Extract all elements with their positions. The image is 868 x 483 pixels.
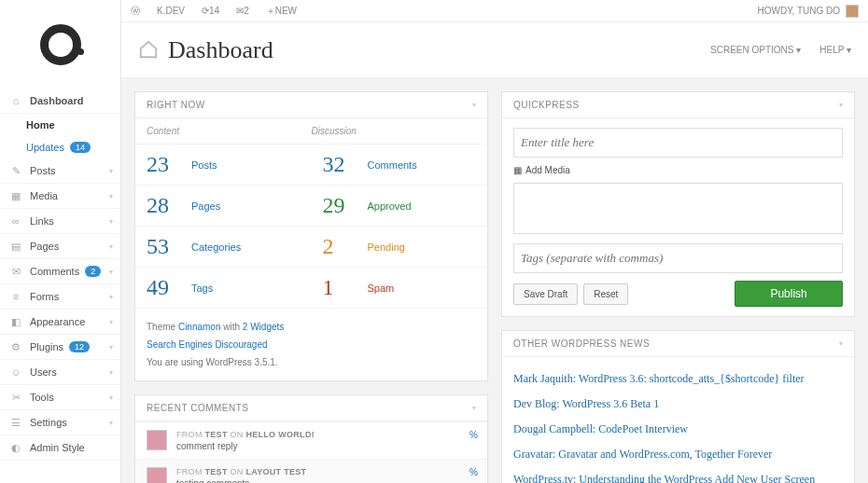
news-link[interactable]: Dev Blog: WordPress 3.6 Beta 1 [513,392,843,417]
news-link[interactable]: Gravatar: Gravatar and WordPress.com, To… [513,442,843,467]
media-icon: ▦ [513,165,522,175]
page-icon: ▤ [9,240,22,253]
box-title: OTHER WORDPRESS NEWS [513,338,650,349]
users-icon: ☺ [9,366,22,379]
right-now-box: RIGHT NOW▾ ContentDiscussion 23Posts32Co… [134,91,488,381]
save-draft-button[interactable]: Save Draft [513,283,578,305]
quickpress-box: QUICKPRESS▾ ▦Add Media Save Draft Reset … [501,91,855,317]
menu-settings[interactable]: ☰Settings▾ [0,410,120,435]
discussion-stat[interactable]: 1Spam [312,268,488,308]
link-icon: ∞ [9,214,22,228]
comment-link-icon[interactable]: % [469,467,478,477]
content-stat[interactable]: 28Pages [135,186,312,226]
wordpress-icon: ⓦ [131,5,140,18]
wp-logo[interactable]: ⓦ [131,5,140,18]
plugin-icon: ⚙ [9,340,22,353]
qp-title-input[interactable] [513,128,843,158]
wp-version: You are using WordPress 3.5.1. [147,353,476,371]
tools-icon: ✂ [9,391,22,404]
collapse-icon[interactable]: ▾ [472,101,477,109]
chevron-down-icon: ▾ [109,368,113,377]
widgets-link[interactable]: 2 Widgets [243,322,284,332]
avatar [147,467,167,483]
menu-tools[interactable]: ✂Tools▾ [0,385,120,410]
content-stat[interactable]: 23Posts [135,145,312,185]
menu-users[interactable]: ☺Users▾ [0,360,120,385]
content-stat[interactable]: 49Tags [135,268,312,308]
menu-posts[interactable]: ✎Posts▾ [0,159,120,184]
box-title: RIGHT NOW [147,100,205,110]
publish-button[interactable]: Publish [735,281,843,307]
home-icon: ⌂ [9,94,22,107]
box-title: RECENT COMMENTS [147,403,249,413]
sidebar: ⌂Dashboard Home Updates14 ✎Posts▾ ▦Media… [0,0,121,483]
style-icon: ◐ [9,441,22,454]
add-media-button[interactable]: ▦Add Media [513,165,843,175]
comment-icon: ✉ [9,265,22,278]
chevron-down-icon: ▾ [109,343,113,352]
menu-admin-style[interactable]: ◐Admin Style [0,435,120,461]
menu-dashboard[interactable]: ⌂Dashboard [0,89,120,114]
new-link[interactable]: ＋NEW [266,5,297,18]
menu-media[interactable]: ▦Media▾ [0,184,120,209]
recent-comments-box: RECENT COMMENTS▾ FROM TEST ON HELLO WORL… [134,394,488,483]
collapse-icon[interactable]: ▾ [839,339,844,348]
comment-icon: ✉ [236,6,244,16]
comment-item[interactable]: FROM TEST ON LAYOUT TESTtesting comments… [135,459,487,483]
chevron-down-icon: ▾ [109,293,113,301]
collapse-icon[interactable]: ▾ [839,101,844,109]
discussion-stat[interactable]: 29Approved [312,186,488,226]
menu-comments[interactable]: ✉Comments2▾ [0,259,120,284]
comment-item[interactable]: FROM TEST ON HELLO WORLD!comment reply% [135,421,487,459]
discussion-stat[interactable]: 2Pending [312,227,488,267]
site-logo [0,0,120,89]
refresh-icon: ⟳ [202,6,209,16]
menu-appearance[interactable]: ◧Appearance▾ [0,310,120,335]
page-header: Dashboard SCREEN OPTIONS ▾ HELP ▾ [121,22,868,78]
content-stat[interactable]: 53Categories [135,227,312,267]
menu-home[interactable]: Home [0,114,120,136]
chevron-down-icon: ▾ [109,318,113,326]
main: Dashboard SCREEN OPTIONS ▾ HELP ▾ RIGHT … [121,22,868,483]
dashboard-icon [138,39,159,62]
pin-icon: ✎ [9,164,22,177]
news-link[interactable]: Dougal Campbell: CodePoet Interview [513,417,843,442]
comments-link[interactable]: ✉2 [236,6,249,16]
comment-link-icon[interactable]: % [469,430,478,440]
chevron-down-icon: ▾ [109,242,113,251]
menu-links[interactable]: ∞Links▾ [0,209,120,234]
theme-link[interactable]: Cinnamon [178,322,221,332]
admin-bar: ⓦ K.DEV ⟳14 ✉2 ＋NEW HOWDY, TUNG DO [121,0,868,22]
collapse-icon[interactable]: ▾ [472,404,477,412]
qp-content-input[interactable] [513,183,843,234]
chevron-down-icon: ▾ [109,268,113,276]
form-icon: ≡ [9,290,22,303]
site-name[interactable]: K.DEV [157,6,185,16]
page-title: Dashboard [168,36,273,64]
discussion-stat[interactable]: 32Comments [312,145,488,185]
qp-tags-input[interactable] [513,243,843,273]
reset-button[interactable]: Reset [583,283,628,305]
updates-badge: 14 [70,142,91,153]
help-toggle[interactable]: HELP ▾ [819,45,851,55]
news-link[interactable]: Mark Jaquith: WordPress 3.6: shortcode_a… [513,366,843,392]
settings-icon: ☰ [9,416,22,429]
chevron-down-icon: ▾ [109,393,113,402]
avatar [846,5,859,18]
seo-link[interactable]: Search Engines Discouraged [147,339,268,350]
menu-plugins[interactable]: ⚙Plugins12▾ [0,335,120,360]
appearance-icon: ◧ [9,315,22,328]
chevron-down-icon: ▾ [109,192,113,200]
plugins-badge: 12 [69,341,90,352]
menu-forms[interactable]: ≡Forms▾ [0,284,120,310]
account-menu[interactable]: HOWDY, TUNG DO [757,5,859,18]
admin-menu: ⌂Dashboard Home Updates14 ✎Posts▾ ▦Media… [0,89,120,461]
screen-options[interactable]: SCREEN OPTIONS ▾ [710,45,801,55]
box-title: QUICKPRESS [513,100,580,110]
news-link[interactable]: WordPress.tv: Understanding the WordPres… [513,467,843,483]
media-icon: ▦ [9,189,22,202]
menu-updates[interactable]: Updates14 [0,136,120,159]
menu-pages[interactable]: ▤Pages▾ [0,234,120,259]
updates-link[interactable]: ⟳14 [202,6,219,16]
avatar [147,430,167,450]
